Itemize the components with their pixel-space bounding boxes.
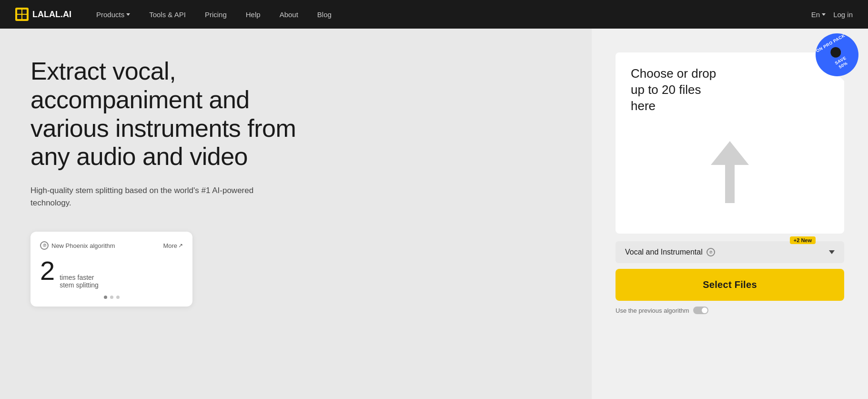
- separator-label: Vocal and Instrumental ℗: [625, 248, 715, 256]
- nav-products[interactable]: Products: [87, 0, 140, 29]
- lang-chevron-icon: [822, 13, 826, 16]
- separator-row: +2 New Vocal and Instrumental ℗: [616, 241, 844, 263]
- prev-algo-label: Use the previous algorithm: [616, 307, 689, 314]
- nav-links: Products Tools & API Pricing Help About …: [87, 0, 811, 29]
- card-dots: [40, 296, 183, 299]
- phoenix-icon: ℗: [40, 241, 49, 250]
- pro-pack-badge[interactable]: ON PRO PACK SAVE 50%: [816, 33, 858, 76]
- login-link[interactable]: Log in: [833, 10, 853, 19]
- card-stat: 2 times faster stem splitting: [40, 257, 183, 289]
- pro-icon: ℗: [707, 248, 715, 256]
- chevron-down-icon: [126, 13, 130, 16]
- navigation: LALAL.AI Products Tools & API Pricing He…: [0, 0, 868, 29]
- upload-arrow-icon: [711, 141, 749, 203]
- card-header: ℗ New Phoenix algorithm More ↗: [40, 241, 183, 250]
- main-content: Extract vocal, accompaniment and various…: [0, 29, 868, 399]
- dropzone[interactable]: Choose or drop up to 20 files here: [616, 52, 844, 234]
- right-section: Choose or drop up to 20 files here +2 Ne…: [592, 29, 868, 399]
- select-files-button[interactable]: Select Files: [616, 269, 844, 301]
- toggle-knob: [702, 307, 707, 313]
- dropzone-text: Choose or drop up to 20 files here: [631, 66, 726, 114]
- nav-blog[interactable]: Blog: [308, 0, 341, 29]
- hero-subtitle: High-quality stem splitting based on the…: [30, 184, 259, 209]
- pro-badge-text: ON PRO PACK SAVE 50%: [816, 33, 858, 76]
- dot-3[interactable]: [116, 296, 120, 299]
- hero-title: Extract vocal, accompaniment and various…: [30, 57, 307, 171]
- separator-selector[interactable]: +2 New Vocal and Instrumental ℗: [616, 241, 844, 263]
- prev-algo-row: Use the previous algorithm: [616, 307, 844, 314]
- feature-card: ℗ New Phoenix algorithm More ↗ 2 times f…: [30, 232, 192, 307]
- stat-number: 2: [40, 257, 55, 284]
- logo-text: LALAL.AI: [32, 10, 71, 20]
- algo-label: ℗ New Phoenix algorithm: [40, 241, 115, 250]
- nav-right: En Log in: [811, 10, 853, 19]
- nav-pricing[interactable]: Pricing: [195, 0, 236, 29]
- dot-1[interactable]: [104, 296, 107, 299]
- arrow-icon: ↗: [178, 242, 183, 249]
- arrow-head: [711, 141, 749, 165]
- nav-help[interactable]: Help: [236, 0, 270, 29]
- prev-algo-toggle[interactable]: [693, 307, 708, 314]
- logo[interactable]: LALAL.AI: [15, 8, 71, 21]
- stat-description: times faster stem splitting: [60, 274, 99, 289]
- left-section: Extract vocal, accompaniment and various…: [0, 29, 592, 399]
- language-selector[interactable]: En: [811, 10, 826, 19]
- logo-icon: [15, 8, 29, 21]
- separator-chevron-icon: [829, 250, 835, 254]
- dot-2[interactable]: [110, 296, 113, 299]
- card-more-link[interactable]: More ↗: [163, 242, 183, 249]
- nav-about[interactable]: About: [270, 0, 308, 29]
- nav-tools[interactable]: Tools & API: [140, 0, 195, 29]
- arrow-stem: [725, 165, 735, 203]
- upload-icon-area: [631, 123, 829, 220]
- new-badge: +2 New: [790, 236, 816, 244]
